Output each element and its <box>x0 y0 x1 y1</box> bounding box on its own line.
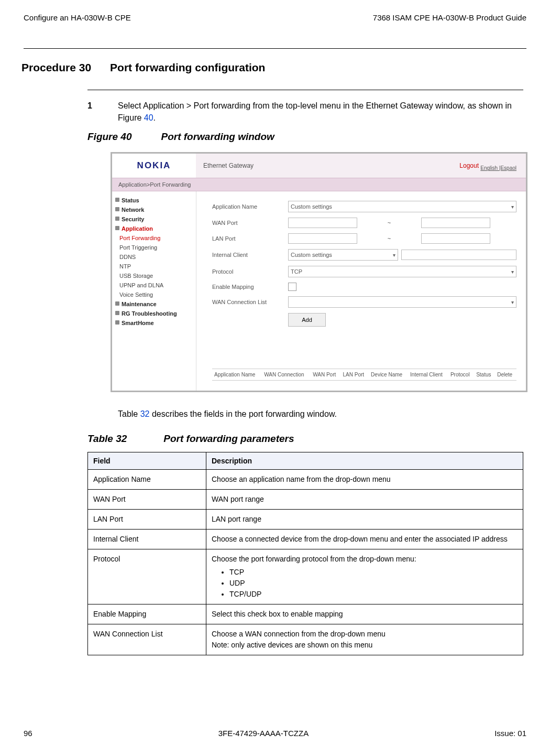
breadcrumb: Application>Port Forwarding <box>112 178 526 191</box>
internalclient-label: Internal Client <box>212 252 288 258</box>
th-wanport: WAN Port <box>311 369 340 381</box>
range-separator: ~ <box>360 220 418 226</box>
sidebar-item-port-forwarding[interactable]: Port Forwarding <box>112 233 196 243</box>
protocol-label: Protocol <box>212 268 288 275</box>
figure-title: Port forwarding window <box>161 131 274 143</box>
sidebar-item-voice[interactable]: Voice Setting <box>112 290 196 299</box>
table-row: Enable Mapping Select this check box to … <box>88 604 523 624</box>
th-lanport: LAN Port <box>341 369 369 381</box>
table-title: Port forwarding parameters <box>163 433 294 445</box>
lanport-start-input[interactable] <box>288 233 357 244</box>
add-button[interactable]: Add <box>288 313 326 327</box>
th-field: Field <box>88 452 206 469</box>
sidebar-item-ntp[interactable]: NTP <box>112 262 196 271</box>
table-row: WAN Connection List Choose a WAN connect… <box>88 624 523 655</box>
parameters-table: Field Description Application Name Choos… <box>87 452 523 655</box>
procedure-divider <box>87 90 523 90</box>
logo-cell: NOKIA <box>112 154 196 178</box>
sidebar-item-security[interactable]: Security <box>112 214 196 224</box>
list-item: UDP <box>229 578 518 589</box>
nokia-logo: NOKIA <box>137 160 171 171</box>
header-left: Configure an HA-030W-B CPE <box>24 13 131 22</box>
table-row: LAN Port LAN port range <box>88 509 523 529</box>
procedure-heading: Procedure 30 Port forwarding configurati… <box>21 61 526 74</box>
figure-ref-link[interactable]: 40 <box>144 113 153 122</box>
enablemapping-label: Enable Mapping <box>212 284 288 290</box>
doc-id: 3FE-47429-AAAA-TCZZA <box>218 729 309 738</box>
th-status: Status <box>474 369 495 381</box>
range-separator: ~ <box>360 235 418 242</box>
table-row: Application Name Choose an application n… <box>88 469 523 489</box>
sidebar-item-smarthome[interactable]: SmartHome <box>112 318 196 328</box>
appname-label: Application Name <box>212 203 288 210</box>
figure-caption: Figure 40 Port forwarding window <box>87 131 526 143</box>
th-internalclient: Internal Client <box>408 369 448 381</box>
internalclient-ip-input[interactable] <box>401 250 516 260</box>
appname-select[interactable]: Custom settings <box>288 201 516 212</box>
lanport-label: LAN Port <box>212 235 288 242</box>
step-text: Select Application > Port forwarding fro… <box>118 100 526 124</box>
wanport-start-input[interactable] <box>288 218 357 228</box>
th-devicename: Device Name <box>369 369 408 381</box>
list-item: TCP/UDP <box>229 589 518 600</box>
page-footer: 96 3FE-47429-AAAA-TCZZA Issue: 01 <box>24 729 526 738</box>
figure-label: Figure 40 <box>87 131 131 143</box>
sidebar-item-upnp[interactable]: UPNP and DLNA <box>112 280 196 290</box>
divider <box>24 48 526 49</box>
wanconnlist-label: WAN Connection List <box>212 299 288 305</box>
window-title: Ethernet Gateway <box>203 162 254 169</box>
table-caption: Table 32 Port forwarding parameters <box>87 433 526 445</box>
internalclient-select[interactable]: Custom settings <box>288 249 398 261</box>
sidebar-item-rg-troubleshooting[interactable]: RG Troubleshooting <box>112 309 196 318</box>
th-delete: Delete <box>495 369 516 381</box>
main-form: Application Name Custom settings WAN Por… <box>196 191 526 391</box>
th-protocol: Protocol <box>448 369 474 381</box>
th-wanconn: WAN Connection <box>262 369 311 381</box>
issue-number: Issue: 01 <box>494 729 526 738</box>
sidebar-item-usb[interactable]: USB Storage <box>112 271 196 280</box>
lanport-end-input[interactable] <box>421 233 490 244</box>
table-row: WAN Port WAN port range <box>88 489 523 509</box>
list-item: TCP <box>229 567 518 578</box>
logout-link[interactable]: Logout <box>459 162 479 169</box>
page-number: 96 <box>24 729 32 738</box>
wanconnlist-select[interactable] <box>288 296 516 308</box>
procedure-title: Port forwarding configuration <box>110 61 265 74</box>
table-ref-link[interactable]: 32 <box>140 409 150 418</box>
table-label: Table 32 <box>87 433 127 445</box>
sidebar: Status Network Security Application Port… <box>112 191 196 391</box>
figure-screenshot: NOKIA Ethernet Gateway Logout English |E… <box>111 152 527 392</box>
table-row: Protocol Choose the port forwarding prot… <box>88 549 523 604</box>
rules-table: Application Name WAN Connection WAN Port… <box>212 369 516 381</box>
step-number: 1 <box>87 100 118 124</box>
sidebar-item-port-triggering[interactable]: Port Triggering <box>112 243 196 252</box>
sidebar-item-status[interactable]: Status <box>112 196 196 205</box>
enablemapping-checkbox[interactable] <box>288 283 296 291</box>
header-right: 7368 ISAM CPE HA-030W-B Product Guide <box>373 13 526 22</box>
language-links[interactable]: English |Espaol <box>480 165 516 171</box>
table-row: Internal Client Choose a connected devic… <box>88 529 523 549</box>
step-1: 1 Select Application > Port forwarding f… <box>87 100 526 124</box>
sidebar-item-network[interactable]: Network <box>112 205 196 214</box>
sidebar-item-maintenance[interactable]: Maintenance <box>112 299 196 309</box>
th-appname: Application Name <box>212 369 262 381</box>
sidebar-item-ddns[interactable]: DDNS <box>112 252 196 262</box>
procedure-label: Procedure 30 <box>21 61 91 74</box>
wanport-end-input[interactable] <box>421 218 490 228</box>
th-description: Description <box>206 452 523 469</box>
table-intro-paragraph: Table 32 describes the fields in the por… <box>118 408 526 420</box>
protocol-select[interactable]: TCP <box>288 266 516 277</box>
sidebar-item-application[interactable]: Application <box>112 224 196 233</box>
wanport-label: WAN Port <box>212 220 288 226</box>
